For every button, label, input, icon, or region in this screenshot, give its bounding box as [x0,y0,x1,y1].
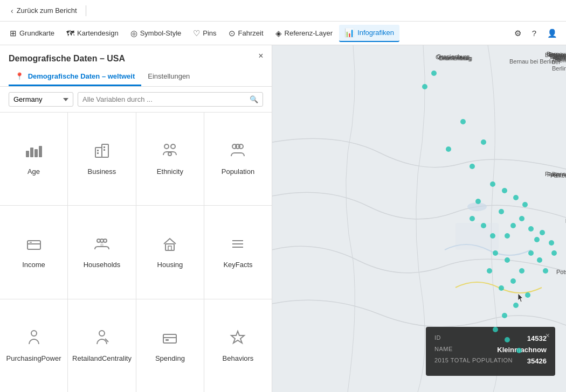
map-dot-32[interactable] [525,292,530,298]
category-keyfacts[interactable]: KeyFacts [204,206,272,298]
toolbar-item-referenz-layer[interactable]: ◈Referenz-Layer [270,25,339,41]
category-label-ethnicity: Ethnicity [157,167,183,176]
map-dot-35[interactable] [493,327,498,332]
map-dot-0[interactable] [422,84,427,89]
search-input[interactable] [82,95,246,103]
map-oranienburg: Oranienburg [437,53,470,60]
map-bernau: Bernau bei Berlin [545,52,566,58]
category-population[interactable]: Population [204,113,272,205]
map-dot-10[interactable] [490,233,495,239]
map-dot-21[interactable] [502,188,507,193]
category-business[interactable]: Business [68,113,136,205]
tooltip-close-button[interactable]: × [546,331,550,340]
category-label-purchasingpower: PurchasingPower [6,354,61,362]
map-dot-7[interactable] [475,199,481,204]
grundkarte-icon: ⊞ [10,29,17,38]
map-dot-36[interactable] [505,337,510,342]
toolbar-item-grundkarte[interactable]: ⊞Grundkarte [4,25,60,41]
category-households[interactable]: Households [68,206,136,298]
map-dot-25[interactable] [499,285,504,291]
toolbar-label-symbol-style: Symbol-Style [140,29,182,37]
toolbar-label-referenz-layer: Referenz-Layer [285,29,333,37]
map-dot-19[interactable] [522,202,528,207]
map-dot-37[interactable] [516,348,522,353]
map-dot-4[interactable] [470,164,475,169]
map-dot-30[interactable] [543,268,548,274]
toolbar-item-infografiken[interactable]: 📊Infografiken [339,25,399,42]
map-dot-26[interactable] [510,278,516,284]
map-dot-14[interactable] [519,216,524,221]
svg-point-20 [100,243,103,247]
map-dot-9[interactable] [481,223,486,228]
tab-settings[interactable]: Einstellungen [141,68,196,86]
map-dot-33[interactable] [513,303,519,308]
map-dot-18[interactable] [549,240,554,246]
map-dot-15[interactable] [528,226,534,232]
category-age[interactable]: Age [0,113,67,205]
map-dot-23[interactable] [505,257,510,263]
referenz-layer-icon: ◈ [275,29,282,38]
category-behaviors[interactable]: Behaviors [204,299,272,392]
map-dot-31[interactable] [551,250,557,256]
map-dot-29[interactable] [537,257,542,263]
population-icon [229,142,246,163]
map-dot-3[interactable] [460,119,466,124]
map-dot-2[interactable] [446,146,451,152]
map-dot-22[interactable] [493,250,498,256]
toolbar-label-fahrzeit: Fahrzeit [238,29,264,37]
business-icon [93,142,111,163]
category-purchasingpower[interactable]: PurchasingPower [0,299,67,392]
tooltip-key: NAME [434,346,453,354]
svg-point-26 [31,331,37,336]
category-housing[interactable]: Housing [136,206,204,298]
panel-controls: Germany USA France UK 🔍 [0,87,272,112]
income-icon [25,235,43,256]
category-label-keyfacts: KeyFacts [223,261,252,269]
map-dot-24[interactable] [487,268,492,274]
map-dot-6[interactable] [490,181,495,187]
category-label-population: Population [222,167,254,176]
map-dot-12[interactable] [505,233,510,239]
map-dot-16[interactable] [534,237,540,242]
map-dot-11[interactable] [499,209,504,214]
category-label-income: Income [22,261,45,269]
category-label-age: Age [27,167,40,176]
pin-icon: 📍 [15,72,24,80]
toolbar-item-fahrzeit[interactable]: ⊙Fahrzeit [223,25,269,41]
category-income[interactable]: Income [0,206,67,298]
settings-button[interactable]: ⚙ [510,25,526,41]
map-dot-5[interactable] [481,139,486,145]
map-dot-17[interactable] [540,230,545,235]
map-area[interactable]: Oranienburg Bernau bei Berlin Bernau bei… [272,45,566,392]
tab-worldwide[interactable]: 📍 Demografische Daten – weltweit [9,68,141,86]
toolbar: ⊞Grundkarte🗺Kartendesign◎Symbol-Style♡Pi… [0,22,566,45]
main-content: × Demografische Daten – USA 📍 Demografis… [0,45,566,392]
category-label-housing: Housing [157,261,183,269]
map-dot-13[interactable] [510,223,516,228]
toolbar-item-kartendesign[interactable]: 🗺Kartendesign [61,25,124,41]
left-panel: × Demografische Daten – USA 📍 Demografis… [0,45,272,392]
toolbar-item-pins[interactable]: ♡Pins [188,25,222,41]
close-panel-button[interactable]: × [254,50,267,62]
map-dot-8[interactable] [470,216,475,221]
category-spending[interactable]: Spending [136,299,204,392]
svg-rect-3 [39,146,42,157]
user-button[interactable]: 👤 [543,25,562,41]
tab-worldwide-label: Demografische Daten – weltweit [28,72,135,80]
back-button[interactable]: ‹ Zurück zum Bericht [6,4,81,17]
country-dropdown[interactable]: Germany USA France UK [9,92,73,107]
toolbar-item-symbol-style[interactable]: ◎Symbol-Style [125,25,187,41]
category-ethnicity[interactable]: Ethnicity [136,113,204,205]
map-dot-28[interactable] [528,250,534,256]
help-button[interactable]: ? [528,25,541,41]
map-dot-1[interactable] [431,71,437,76]
map-falkensee-final: Falkensee [545,171,566,177]
map-dot-34[interactable] [502,313,507,318]
tooltip-row: 2015 TOTAL POPULATION35426 [434,357,547,365]
map-dot-20[interactable] [513,195,519,200]
category-retailcentrality[interactable]: RetailandCentrality [68,299,136,392]
help-icon: ? [532,29,536,38]
map-dot-27[interactable] [519,268,524,274]
households-icon [93,235,111,256]
toolbar-label-infografiken: Infografiken [357,29,394,37]
